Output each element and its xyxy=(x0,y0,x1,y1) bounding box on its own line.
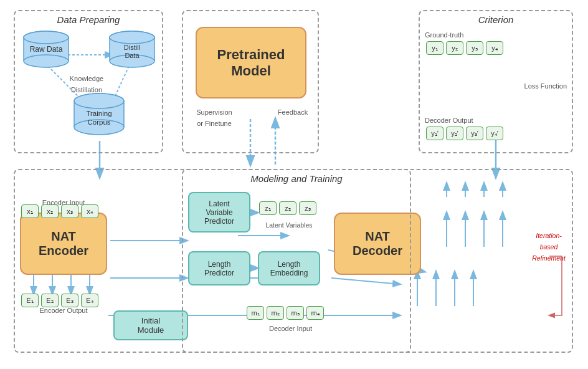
svg-text:Data: Data xyxy=(125,52,140,59)
e2-token: E₂ xyxy=(41,294,59,307)
z1-token: z₁ xyxy=(259,201,277,215)
loss-function-label: Loss Function xyxy=(524,80,567,91)
svg-point-47 xyxy=(110,31,154,44)
data-preparing-title: Data Preparing xyxy=(57,14,120,25)
modeling-title: Modeling and Training xyxy=(250,173,342,184)
initial-module-block: InitialModule xyxy=(113,310,188,340)
x3-token: x₃ xyxy=(61,204,78,218)
training-corpus-cylinder: Training Corpus xyxy=(71,92,127,138)
raw-data-cylinder: Raw Data xyxy=(21,30,71,71)
y2p-token: y₂' xyxy=(446,127,463,140)
svg-point-39 xyxy=(24,55,69,67)
pretrained-model-block: PretrainedModel xyxy=(196,27,306,98)
x4-token: x₄ xyxy=(81,204,98,218)
decoder-output-label: Decoder Output xyxy=(425,114,473,125)
knowledge-distillation-label: KnowledgeDistillation xyxy=(46,72,127,95)
y-truth-tokens: y₁ y₂ y₃ y₄ xyxy=(425,41,505,55)
svg-text:Corpus: Corpus xyxy=(87,118,110,126)
y3p-token: y₃' xyxy=(466,127,483,140)
z-tokens: z₁ z₂ z₃ xyxy=(258,201,318,215)
x2-token: x₂ xyxy=(41,204,59,218)
criterion-section: Criterion Ground-truth y₁ y₂ y₃ y₄ Loss … xyxy=(419,10,573,153)
y1-token: y₁ xyxy=(426,41,443,55)
distill-data-cylinder: Distill Data xyxy=(107,30,157,71)
y2-token: y₂ xyxy=(446,41,463,55)
e4-token: E₄ xyxy=(81,294,98,307)
x-tokens: x₁ x₂ x₃ x₄ xyxy=(20,204,100,218)
pretrained-section: PretrainedModel Supervisionor Finetune F… xyxy=(182,10,319,153)
svg-point-55 xyxy=(74,93,124,108)
y4-token: y₄ xyxy=(486,41,503,55)
y-out-tokens: y₁' y₂' y₃' y₄' xyxy=(425,127,505,140)
supervision-label: Supervisionor Finetune xyxy=(186,106,242,128)
svg-text:Distill: Distill xyxy=(124,44,140,51)
modeling-section: Modeling and Training LatentVariablePred… xyxy=(182,169,411,353)
e-tokens: E₁ E₂ E₃ E₄ xyxy=(20,294,100,307)
data-preparing-section: Data Preparing Raw Data Dist xyxy=(14,10,163,153)
z2-token: z₂ xyxy=(279,201,296,215)
feedback-label: Feedback xyxy=(271,106,315,117)
ground-truth-label: Ground-truth xyxy=(425,29,463,40)
latent-variables-label: Latent Variables xyxy=(258,219,320,230)
e3-token: E₃ xyxy=(61,294,78,307)
y3-token: y₃ xyxy=(466,41,483,55)
x1-token: x₁ xyxy=(21,204,39,218)
length-embedding-block: LengthEmbedding xyxy=(258,251,320,285)
latent-var-predictor-block: LatentVariablePredictor xyxy=(188,192,250,232)
y4p-token: y₄' xyxy=(486,127,503,140)
iteration-refinement-label: Iteration-basedRefinement xyxy=(527,229,571,263)
svg-text:Raw Data: Raw Data xyxy=(30,45,63,54)
svg-point-40 xyxy=(24,31,69,44)
nat-encoder-block: NATEncoder xyxy=(20,213,107,275)
length-predictor-block: LengthPredictor xyxy=(188,251,250,285)
e1-token: E₁ xyxy=(21,294,39,307)
y1p-token: y₁' xyxy=(426,127,443,140)
criterion-title: Criterion xyxy=(478,14,514,25)
z3-token: z₃ xyxy=(299,201,316,215)
svg-text:Training: Training xyxy=(86,110,111,117)
